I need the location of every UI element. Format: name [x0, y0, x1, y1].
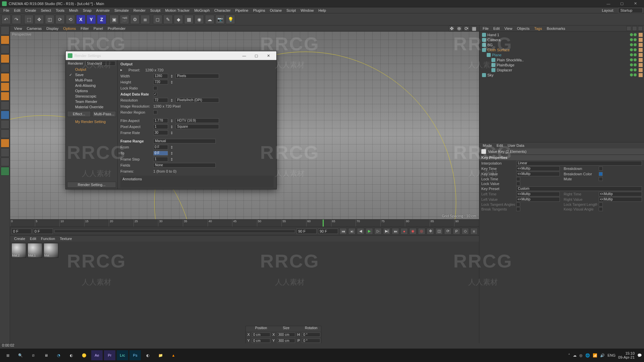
dynamics-icon[interactable]: [1, 139, 9, 147]
rs-region-check[interactable]: [153, 110, 157, 114]
redo-icon[interactable]: ↷: [12, 15, 21, 24]
menu-select[interactable]: Select: [39, 8, 53, 13]
goto-start-icon[interactable]: ⏮: [339, 228, 347, 235]
breaktan-check[interactable]: [516, 207, 520, 211]
rs-fields-dd[interactable]: None: [153, 163, 216, 168]
keyvalue-input[interactable]: <<Multip: [516, 172, 560, 176]
locktanlen-check[interactable]: [599, 202, 603, 206]
lock-icon[interactable]: [1, 158, 9, 166]
soft-icon[interactable]: [1, 129, 9, 138]
app-vlc-icon[interactable]: ▲: [168, 350, 179, 360]
next-frame-icon[interactable]: ▷: [374, 228, 382, 235]
object-row[interactable]: Hand 1: [481, 32, 643, 37]
undo-icon[interactable]: ↶: [1, 15, 11, 24]
key-rot-icon[interactable]: ⟳: [444, 228, 451, 235]
rs-range-dd[interactable]: Manual: [153, 139, 216, 143]
light-icon[interactable]: 💡: [226, 15, 235, 24]
rs-adapt-check[interactable]: [153, 92, 157, 96]
app-lrc-icon[interactable]: Lrc: [117, 350, 128, 360]
cube-icon[interactable]: ◻: [153, 15, 162, 24]
mat-edit[interactable]: Edit: [28, 236, 38, 241]
mat-func[interactable]: Function: [39, 236, 57, 241]
rs-film-input[interactable]: 1.778: [153, 118, 168, 123]
am-mode[interactable]: Mode: [481, 143, 494, 148]
rs-item-matoverride[interactable]: Material Override: [66, 104, 117, 110]
keypreset-dropdown[interactable]: Custom: [516, 186, 642, 191]
xray-icon[interactable]: [1, 167, 9, 176]
start-icon[interactable]: ⊞: [2, 350, 13, 360]
coord-pos-input[interactable]: 0 cm: [252, 339, 270, 343]
record-icon[interactable]: ●: [400, 228, 408, 235]
workplane-icon[interactable]: [1, 54, 9, 63]
vp-options[interactable]: Options: [61, 26, 78, 31]
menu-file[interactable]: File: [1, 8, 11, 13]
key-scale-icon[interactable]: ◫: [435, 228, 443, 235]
rs-width-unit-dd[interactable]: Pixels: [175, 74, 219, 78]
app-ae-icon[interactable]: Ae: [91, 350, 103, 360]
object-row[interactable]: Camera: [481, 37, 643, 42]
rs-item-aa[interactable]: Anti-Aliasing: [66, 83, 117, 88]
minimize-button[interactable]: —: [602, 0, 615, 7]
menu-window[interactable]: Window: [299, 8, 316, 13]
maximize-button[interactable]: ▢: [615, 0, 629, 7]
app-ps-icon[interactable]: Ps: [129, 350, 141, 360]
locktime-check[interactable]: [516, 177, 520, 181]
menu-pipeline[interactable]: Pipeline: [233, 8, 250, 13]
menu-octane[interactable]: Octane: [268, 8, 284, 13]
object-row[interactable]: Displacer: [481, 67, 643, 72]
menu-animate[interactable]: Animate: [94, 8, 112, 13]
deformer-icon[interactable]: ◉: [195, 15, 204, 24]
snap-icon[interactable]: [1, 111, 9, 119]
lockvalue-check[interactable]: [516, 182, 520, 186]
key-pos-icon[interactable]: ✥: [427, 228, 434, 235]
dialog-minimize-button[interactable]: —: [238, 52, 250, 59]
range-end1-input[interactable]: 90 F: [297, 229, 317, 234]
menu-sculpt[interactable]: Sculpt: [148, 8, 163, 13]
timeline-playhead[interactable]: [323, 220, 324, 227]
app-explorer-icon[interactable]: 📁: [155, 350, 166, 360]
goto-key-prev-icon[interactable]: ⏯: [348, 228, 356, 235]
am-user[interactable]: User Data: [506, 143, 527, 148]
rs-item-stereo[interactable]: Stereoscopic: [66, 94, 117, 99]
tray-lang[interactable]: ENG: [607, 353, 615, 357]
rs-preset-value[interactable]: 1280 x 720: [145, 68, 163, 72]
make-editable-icon[interactable]: [1, 26, 9, 35]
om-view[interactable]: View: [502, 26, 515, 31]
poly-mode-icon[interactable]: [1, 82, 9, 91]
app-obs-icon[interactable]: ◔: [53, 350, 64, 360]
keytime-input[interactable]: <<Multip: [516, 166, 560, 171]
coord-pos-input[interactable]: 0 cm: [252, 333, 270, 337]
menu-tools[interactable]: Tools: [54, 8, 66, 13]
rs-effect-button[interactable]: Effect...: [67, 111, 91, 117]
menu-create[interactable]: Create: [23, 8, 38, 13]
rs-step-input[interactable]: 1: [153, 157, 168, 162]
rs-fps-input[interactable]: 30: [153, 130, 168, 135]
vp-nav2-icon[interactable]: ⊕: [456, 26, 462, 31]
rs-res-unit-dd[interactable]: Pixels/Inch (DPI): [175, 98, 219, 103]
coord-size-input[interactable]: 300 cm: [277, 339, 296, 343]
rs-my-setting[interactable]: My Render Setting: [66, 118, 117, 125]
workplane2-icon[interactable]: [1, 120, 9, 129]
dialog-maximize-button[interactable]: ▢: [250, 52, 262, 59]
rs-item-team[interactable]: Team Render: [66, 99, 117, 104]
breakdowncolor-swatch[interactable]: [599, 172, 603, 176]
vp-cameras[interactable]: Cameras: [25, 26, 44, 31]
rs-to-input[interactable]: 0 F: [153, 151, 168, 156]
coord-rot-input[interactable]: 0 °: [302, 333, 320, 337]
array-icon[interactable]: ▦: [184, 15, 194, 24]
renderer-dropdown[interactable]: Standard: [85, 61, 115, 66]
rs-lockratio-check[interactable]: [153, 86, 157, 90]
timeline-options-icon[interactable]: ≡: [470, 228, 478, 235]
camera-icon[interactable]: 📷: [215, 15, 225, 24]
nurbs-icon[interactable]: ◆: [174, 15, 183, 24]
tray-vol-icon[interactable]: 🔊: [600, 353, 605, 358]
object-row[interactable]: PlainBulge: [481, 62, 643, 67]
move-tool-icon[interactable]: ✥: [35, 15, 44, 24]
x-axis-icon[interactable]: X: [76, 15, 86, 24]
environment-icon[interactable]: ☁: [205, 15, 214, 24]
rotate-tool-icon[interactable]: ⟳: [55, 15, 65, 24]
rs-item-save[interactable]: Save: [66, 72, 117, 77]
model-mode-icon[interactable]: [1, 36, 9, 44]
material-swatch[interactable]: Mat.1: [28, 243, 42, 258]
om-eye-icon[interactable]: [638, 26, 643, 31]
